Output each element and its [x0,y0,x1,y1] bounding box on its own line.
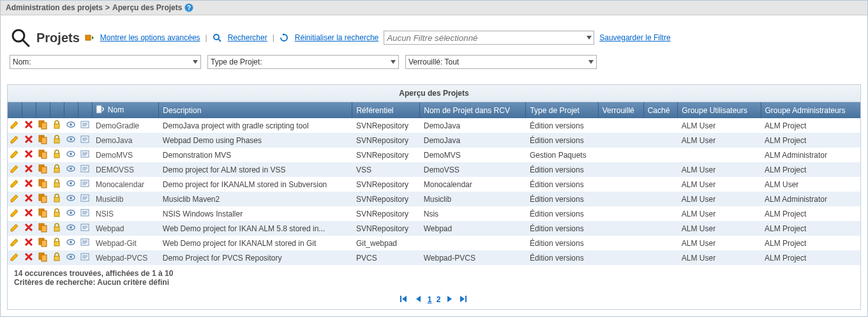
col-cache[interactable]: Caché [643,102,678,118]
first-page-icon[interactable] [399,294,409,305]
edit-icon[interactable] [8,162,22,177]
cell-usergroup: ALM User [678,162,761,177]
copy-icon[interactable] [36,177,50,192]
filter-type[interactable]: Type de Projet: [207,55,399,69]
lock-icon[interactable] [50,148,64,162]
hide-icon[interactable] [64,177,78,192]
next-page-icon[interactable] [445,294,454,305]
delete-icon[interactable] [22,250,36,265]
delete-icon[interactable] [22,118,36,133]
edit-icon[interactable] [8,221,22,236]
reset-search-link[interactable]: Réinitialiser la recherche [295,33,378,42]
copy-icon[interactable] [36,192,50,206]
edit-icon[interactable] [8,236,22,250]
edit-icon[interactable] [8,133,22,148]
lock-icon[interactable] [50,177,64,192]
prev-page-icon[interactable] [414,294,423,305]
page-title: Projets [36,31,80,45]
last-page-icon[interactable] [459,294,469,305]
delete-icon[interactable] [22,221,36,236]
copy-icon[interactable] [36,206,50,221]
search-link[interactable]: Rechercher [228,33,267,42]
cell-cache [643,133,678,148]
hide-icon[interactable] [64,192,78,206]
delete-icon[interactable] [22,162,36,177]
history-icon[interactable] [78,133,92,148]
filter-verrouille[interactable]: Verrouillé: Tout [405,55,597,69]
save-filter-link[interactable]: Sauvegarder le Filtre [599,33,670,42]
svg-point-84 [70,241,72,243]
table-row: DemoGradleDemoJava project with gradle s… [8,118,860,133]
col-verr[interactable]: Verrouillé [598,102,643,118]
delete-icon[interactable] [22,148,36,162]
show-advanced-link[interactable]: Montrer les options avancées [100,33,200,42]
cell-description: NSIS Windows Installer [159,206,352,221]
hide-icon[interactable] [64,236,78,250]
edit-icon[interactable] [8,250,22,265]
delete-icon[interactable] [22,192,36,206]
history-icon[interactable] [78,162,92,177]
lock-icon[interactable] [50,133,64,148]
history-icon[interactable] [78,177,92,192]
history-icon[interactable] [78,148,92,162]
copy-icon[interactable] [36,236,50,250]
copy-icon[interactable] [36,133,50,148]
cell-type: Édition versions [526,118,598,133]
delete-icon[interactable] [22,206,36,221]
col-ref[interactable]: Référentiel [352,102,420,118]
table-row: DEMOVSSDemo project for ALM stored in VS… [8,162,860,177]
hide-icon[interactable] [64,250,78,265]
svg-rect-37 [54,168,59,172]
history-icon[interactable] [78,221,92,236]
edit-icon[interactable] [8,206,22,221]
hide-icon[interactable] [64,162,78,177]
delete-icon[interactable] [22,177,36,192]
hide-icon[interactable] [64,118,78,133]
edit-icon[interactable] [8,177,22,192]
lock-icon[interactable] [50,206,64,221]
help-icon[interactable]: ? [184,3,193,12]
history-icon[interactable] [78,236,92,250]
lock-icon[interactable] [50,162,64,177]
cell-referentiel: VSS [352,162,420,177]
edit-icon[interactable] [8,148,22,162]
history-icon[interactable] [78,250,92,265]
cell-rcv: Nsis [420,206,526,221]
cell-admingroup: ALM Project [761,206,860,221]
col-nom[interactable]: Nom [92,102,159,118]
copy-icon[interactable] [36,148,50,162]
edit-icon[interactable] [8,118,22,133]
lock-icon[interactable] [50,192,64,206]
history-icon[interactable] [78,206,92,221]
sort-icon [96,105,104,116]
hide-icon[interactable] [64,206,78,221]
page-2[interactable]: 2 [437,295,441,304]
lock-icon[interactable] [50,236,64,250]
col-admingrp[interactable]: Groupe Administrateurs [761,102,860,118]
lock-icon[interactable] [50,118,64,133]
col-type[interactable]: Type de Projet [526,102,598,118]
hide-icon[interactable] [64,133,78,148]
col-rcv[interactable]: Nom de Projet dans RCV [420,102,526,118]
history-icon[interactable] [78,118,92,133]
copy-icon[interactable] [36,162,50,177]
filter-nom[interactable]: Nom: [10,55,201,69]
table-row: MonocalendarDemo project for IKANALM sto… [8,177,860,192]
expand-options-icon[interactable] [85,33,94,42]
hide-icon[interactable] [64,148,78,162]
copy-icon[interactable] [36,221,50,236]
lock-icon[interactable] [50,250,64,265]
delete-icon[interactable] [22,236,36,250]
filter-select[interactable] [384,31,594,45]
copy-icon[interactable] [36,250,50,265]
history-icon[interactable] [78,192,92,206]
page-1[interactable]: 1 [428,295,432,304]
hide-icon[interactable] [64,221,78,236]
edit-icon[interactable] [8,192,22,206]
lock-icon[interactable] [50,221,64,236]
col-usergrp[interactable]: Groupe Utilisateurs [678,102,761,118]
cell-cache [643,250,678,265]
copy-icon[interactable] [36,118,50,133]
delete-icon[interactable] [22,133,36,148]
col-desc[interactable]: Description [159,102,352,118]
